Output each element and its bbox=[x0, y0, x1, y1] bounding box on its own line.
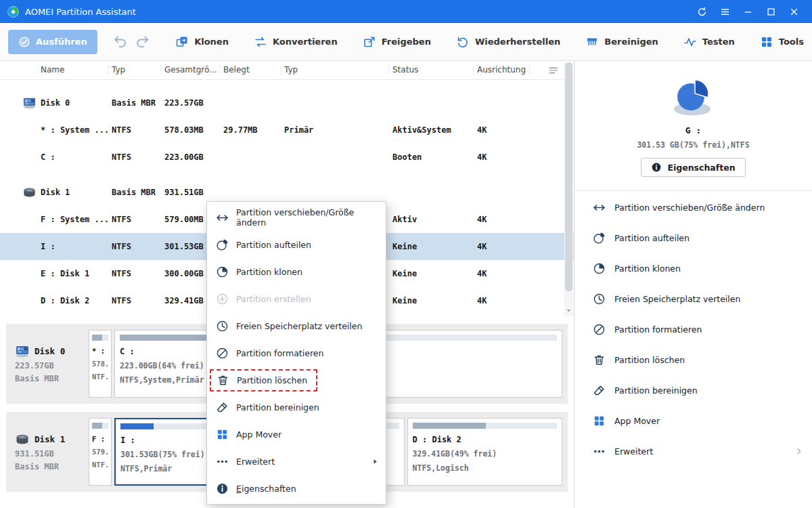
toolbar-item-testen[interactable]: Testen bbox=[683, 35, 735, 49]
menu-item-partition-l-schen[interactable]: Partition löschen bbox=[207, 366, 386, 394]
sidebar-actions: Partition verschieben/Größe ändernPartit… bbox=[574, 192, 812, 467]
properties-button[interactable]: Eigenschaften bbox=[641, 158, 745, 177]
refresh-icon[interactable] bbox=[690, 0, 713, 23]
row-name: * : System ... bbox=[41, 125, 108, 135]
partition-block-item[interactable]: * : ...578...NTF... bbox=[89, 330, 112, 398]
row-name: Disk 1 bbox=[41, 188, 70, 197]
sidebar-action-label: Partition verschieben/Größe ändern bbox=[614, 203, 765, 213]
row-name: C : bbox=[41, 152, 55, 162]
list-icon bbox=[548, 65, 559, 76]
row-status: Keine bbox=[389, 242, 474, 251]
partition-info: NTFS,Logisch bbox=[413, 463, 557, 473]
usage-bar bbox=[92, 335, 108, 341]
close-icon[interactable] bbox=[782, 0, 805, 23]
sidebar-action-label: Partition formatieren bbox=[614, 324, 702, 335]
delete-highlight-box: Partition löschen bbox=[210, 369, 317, 391]
sidebar-action-partition-l-schen[interactable]: Partition löschen bbox=[574, 345, 812, 375]
sidebar-action-label: Partition löschen bbox=[614, 355, 685, 365]
redo-icon[interactable] bbox=[135, 34, 150, 50]
scrollbar-down-button[interactable] bbox=[564, 305, 573, 316]
row-name: E : Disk 1 bbox=[41, 269, 89, 278]
sidebar-action-partition-formatieren[interactable]: Partition formatieren bbox=[574, 314, 812, 345]
partition-name: * : ... bbox=[92, 347, 108, 355]
scrollbar-thumb[interactable] bbox=[565, 62, 572, 291]
row-status: Booten bbox=[389, 152, 474, 162]
menu-item-partition-aufteilen[interactable]: Partition aufteilen bbox=[207, 231, 386, 258]
volume-pie-chart bbox=[669, 79, 718, 118]
column-header-status[interactable]: Status bbox=[389, 65, 474, 75]
toolbar-item-klonen[interactable]: Klonen bbox=[175, 35, 229, 49]
submenu-arrow-icon bbox=[371, 457, 380, 466]
sidebar-action-freien-speicherplatz-verteilen[interactable]: Freien Speicherplatz verteilen bbox=[574, 284, 812, 314]
table-row-c[interactable]: C :NTFS223.00GBBooten4K bbox=[0, 144, 574, 171]
sidebar-action-label: Partition klonen bbox=[614, 263, 681, 274]
apply-button[interactable]: Ausführen bbox=[8, 30, 97, 54]
menu-item-partition-formatieren[interactable]: Partition formatieren bbox=[207, 339, 386, 366]
disk-info-block[interactable]: Disk 1931.51GBBasis MBR bbox=[12, 418, 86, 486]
sidebar-divider bbox=[574, 190, 812, 191]
menu-item-freien-speicherplatz-verteilen[interactable]: Freien Speicherplatz verteilen bbox=[207, 312, 386, 339]
column-header-belegt[interactable]: Belegt bbox=[220, 65, 281, 75]
row-type: NTFS bbox=[108, 152, 161, 162]
sidebar-action-partition-verschieben-gr-e-ndern[interactable]: Partition verschieben/Größe ändern bbox=[574, 192, 812, 223]
toolbar-item-freigeben[interactable]: Freigeben bbox=[363, 35, 431, 49]
partition-name: F : ... bbox=[92, 435, 108, 443]
row-total-size: 578.03MB bbox=[161, 125, 220, 135]
maximize-icon[interactable] bbox=[759, 0, 782, 23]
move-resize-icon bbox=[593, 201, 606, 214]
appmover-icon bbox=[593, 415, 606, 427]
hamburger-menu-icon[interactable] bbox=[713, 0, 736, 23]
sidebar-action-partition-klonen[interactable]: Partition klonen bbox=[574, 253, 812, 284]
sidebar-action-partition-aufteilen[interactable]: Partition aufteilen bbox=[574, 223, 812, 253]
sidebar-action-app-mover[interactable]: App Mover bbox=[574, 406, 812, 436]
menu-item-erweitert[interactable]: Erweitert bbox=[207, 448, 386, 475]
column-header-typ[interactable]: Typ bbox=[281, 65, 389, 75]
sidebar-action-label: Freien Speicherplatz verteilen bbox=[614, 294, 740, 304]
undo-icon[interactable] bbox=[112, 34, 128, 50]
trash-icon bbox=[217, 374, 229, 387]
menu-item-label: Partition klonen bbox=[236, 267, 302, 277]
clean-toolbar-icon bbox=[585, 35, 599, 49]
sidebar-action-label: Partition aufteilen bbox=[614, 233, 690, 243]
disk-info-block[interactable]: Disk 0223.57GBBasis MBR bbox=[12, 330, 86, 398]
row-name: D : Disk 2 bbox=[41, 296, 89, 305]
row-total-size: 931.51GB bbox=[161, 188, 220, 197]
sidebar-action-partition-bereinigen[interactable]: Partition bereinigen bbox=[574, 375, 812, 406]
column-header-gesamtgr[interactable]: Gesamtgrö... bbox=[161, 65, 220, 75]
row-alignment: 4K bbox=[474, 296, 530, 305]
aomei-logo-icon bbox=[7, 5, 20, 18]
toolbar-item-bereinigen[interactable]: Bereinigen bbox=[585, 35, 658, 49]
usage-bar bbox=[92, 423, 108, 429]
context-menu: Partition verschieben/Größe ändernPartit… bbox=[206, 201, 386, 505]
partition-block-f[interactable]: F : ...579...NTF... bbox=[89, 418, 112, 486]
menu-item-label: App Mover bbox=[236, 429, 281, 440]
partition-block-d-disk-2[interactable]: D : Disk 2329.41GB(49% frei)NTFS,Logisch bbox=[407, 418, 562, 486]
menu-item-partition-verschieben-gr-e-ndern[interactable]: Partition verschieben/Größe ändern bbox=[207, 204, 386, 231]
partition-info: NTF... bbox=[92, 461, 108, 469]
table-row-disk-0[interactable]: Disk 0Basis MBR223.57GB bbox=[0, 89, 574, 117]
menu-item-eigenschaften[interactable]: Eigenschaften bbox=[207, 475, 386, 502]
table-row-system[interactable]: * : System ...NTFS578.03MB29.77MBPrimärA… bbox=[0, 117, 574, 144]
volume-info: 301.53 GB(75% frei),NTFS bbox=[574, 140, 812, 150]
menu-item-partition-bereinigen[interactable]: Partition bereinigen bbox=[207, 394, 386, 421]
toolbar-item-label: Bereinigen bbox=[604, 37, 658, 47]
column-header-typ[interactable]: Typ bbox=[108, 65, 161, 75]
row-type: NTFS bbox=[108, 125, 161, 135]
column-header-ausrichtung[interactable]: Ausrichtung bbox=[474, 65, 530, 75]
menu-item-partition-klonen[interactable]: Partition klonen bbox=[207, 258, 386, 285]
sidebar-action-erweitert[interactable]: Erweitert bbox=[574, 436, 812, 467]
usage-bar bbox=[413, 423, 557, 429]
app-window: AOMEI Partition Assistant Ausführen Klon… bbox=[0, 0, 812, 508]
volume-summary: G : 301.53 GB(75% frei),NTFS Eigenschaft… bbox=[574, 79, 812, 177]
menu-item-partition-erstellen: Partition erstellen bbox=[207, 285, 386, 312]
toolbar-item-konvertieren[interactable]: Konvertieren bbox=[254, 35, 338, 49]
toolbar-item-wiederherstellen[interactable]: Wiederherstellen bbox=[456, 35, 560, 49]
row-total-size: 223.57GB bbox=[161, 98, 220, 108]
vertical-scrollbar[interactable] bbox=[564, 62, 573, 316]
menu-item-app-mover[interactable]: App Mover bbox=[207, 421, 386, 448]
minimize-icon[interactable] bbox=[736, 0, 759, 23]
column-header-name[interactable]: Name bbox=[0, 65, 108, 75]
row-name: F : System ... bbox=[41, 215, 108, 224]
sidebar-action-label: Erweitert bbox=[614, 446, 653, 457]
toolbar-item-tools[interactable]: Tools bbox=[760, 35, 804, 49]
